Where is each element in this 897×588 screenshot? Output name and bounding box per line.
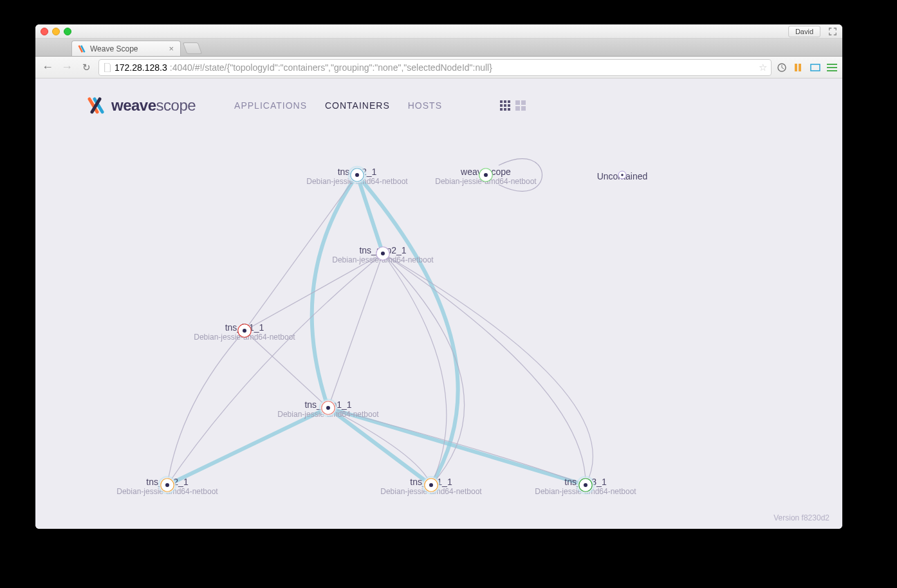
- node-tns_lb2_1[interactable]: tns_lb2_1 Debian-jessie-amd64-netboot: [306, 164, 407, 186]
- node-tns_app2_1[interactable]: tns_app2_1 Debian-jessie-amd64-netboot: [332, 243, 433, 264]
- svg-point-34: [381, 252, 385, 255]
- graph-edges: [35, 130, 842, 529]
- toolbar: ← → ↻ 172.28.128.3:4040/#!/state/{"topol…: [35, 57, 842, 78]
- app-header: weavescope APPLICATIONS CONTAINERS HOSTS: [35, 78, 842, 115]
- svg-rect-15: [515, 106, 520, 111]
- traffic-lights: [41, 28, 71, 35]
- node-tns_db1_1[interactable]: tns_db1_1 Debian-jessie-amd64-netboot: [380, 474, 481, 496]
- svg-rect-10: [500, 108, 503, 111]
- svg-rect-12: [508, 108, 510, 111]
- logo-text: weavescope: [111, 96, 196, 115]
- svg-rect-7: [500, 104, 503, 107]
- profile-button[interactable]: David: [788, 26, 820, 37]
- logo-icon: [87, 96, 105, 115]
- svg-point-44: [165, 483, 169, 487]
- tabstrip: Weave Scope ×: [35, 39, 842, 57]
- svg-point-30: [484, 173, 488, 177]
- svg-rect-8: [504, 104, 506, 107]
- browser-tab[interactable]: Weave Scope ×: [71, 41, 181, 56]
- zoom-window-button[interactable]: [64, 28, 71, 35]
- url-host: 172.28.128.3: [115, 62, 167, 73]
- minimize-window-button[interactable]: [52, 28, 60, 35]
- svg-rect-2: [799, 64, 801, 71]
- node-weavescope[interactable]: weavescope Debian-jessie-amd64-netboot: [435, 164, 536, 186]
- grid-small-icon[interactable]: [500, 100, 510, 111]
- svg-line-17: [357, 175, 383, 253]
- topology-graph[interactable]: tns_lb2_1 Debian-jessie-amd64-netboot we…: [35, 130, 842, 529]
- menu-icon[interactable]: [827, 64, 837, 71]
- svg-point-48: [429, 483, 433, 487]
- svg-line-24: [245, 331, 328, 408]
- logo: weavescope: [87, 96, 196, 115]
- node-uncontained[interactable]: Uncontained: [597, 169, 648, 181]
- favicon-icon: [77, 44, 86, 53]
- titlebar: David: [35, 24, 842, 39]
- svg-point-36: [243, 329, 246, 333]
- page-icon: [103, 63, 112, 72]
- svg-rect-16: [521, 106, 526, 111]
- svg-point-28: [355, 173, 359, 177]
- reload-button[interactable]: ↻: [79, 60, 93, 75]
- url-bar[interactable]: 172.28.128.3:4040/#!/state/{"topologyId"…: [98, 59, 772, 76]
- svg-rect-1: [795, 64, 797, 71]
- svg-point-40: [326, 406, 330, 410]
- url-path: :4040/#!/state/{"topologyId":"containers…: [170, 62, 492, 73]
- node-tns_db2_1[interactable]: tns_db2_1 Debian-jessie-amd64-netboot: [116, 474, 217, 496]
- extension-icon[interactable]: [777, 62, 787, 73]
- fullscreen-icon[interactable]: [828, 27, 837, 36]
- view-mode-switch: [500, 100, 526, 111]
- extension-icons: [777, 62, 837, 73]
- svg-rect-14: [521, 100, 526, 105]
- svg-rect-11: [504, 108, 506, 111]
- extension-icon[interactable]: [793, 62, 804, 73]
- svg-rect-6: [508, 100, 510, 103]
- svg-rect-3: [811, 64, 820, 71]
- grid-large-icon[interactable]: [515, 100, 526, 111]
- svg-rect-13: [515, 100, 520, 105]
- back-button[interactable]: ←: [41, 60, 55, 75]
- node-tns_db3_1[interactable]: tns_db3_1 Debian-jessie-amd64-netboot: [535, 474, 636, 496]
- forward-button[interactable]: →: [60, 60, 74, 75]
- tab-title: Weave Scope: [90, 44, 138, 53]
- close-tab-icon[interactable]: ×: [169, 44, 174, 53]
- svg-rect-9: [508, 104, 510, 107]
- svg-rect-5: [504, 100, 506, 103]
- top-nav: APPLICATIONS CONTAINERS HOSTS: [234, 100, 442, 111]
- node-tns_app1_1[interactable]: tns_app1_1 Debian-jessie-amd64-netboot: [277, 397, 378, 419]
- new-tab-button[interactable]: [183, 42, 203, 54]
- svg-point-32: [621, 174, 624, 176]
- nav-hosts[interactable]: HOSTS: [408, 100, 442, 111]
- nav-containers[interactable]: CONTAINERS: [325, 100, 390, 111]
- browser-window: David Weave Scope × ← → ↻ 172.28.128.3:4…: [35, 24, 842, 529]
- nav-applications[interactable]: APPLICATIONS: [234, 100, 307, 111]
- bookmark-star-icon[interactable]: ☆: [759, 62, 767, 73]
- svg-line-19: [328, 408, 431, 485]
- svg-rect-4: [500, 100, 503, 103]
- svg-line-18: [167, 408, 328, 485]
- version-label: Version f8230d2: [773, 513, 829, 522]
- extension-icon[interactable]: [810, 62, 820, 73]
- node-tns_lb1_1[interactable]: tns_lb1_1 Debian-jessie-amd64-netboot: [194, 320, 295, 342]
- close-window-button[interactable]: [41, 28, 48, 35]
- app-content: weavescope APPLICATIONS CONTAINERS HOSTS: [35, 78, 842, 529]
- svg-point-52: [584, 483, 587, 487]
